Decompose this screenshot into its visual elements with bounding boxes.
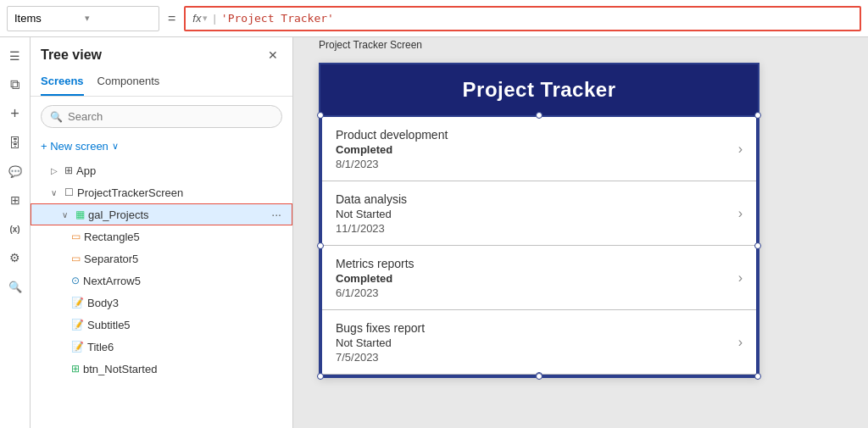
tree-item-separator5[interactable]: ▭ Separator5	[31, 247, 292, 270]
project-name-1: Data analysis	[336, 192, 738, 206]
gallery-chevron-icon: ∨	[62, 210, 72, 220]
screen-icon: ☐	[64, 186, 74, 198]
canvas-area: Project Tracker Screen Project Tracker ⊕…	[293, 37, 868, 428]
plus-icon[interactable]: +	[3, 102, 27, 125]
search-bar: 🔍	[41, 105, 282, 128]
dropdown-chevron: ▾	[85, 13, 152, 24]
tree-items: ▷ ⊞ App ∨ ☐ ProjectTrackerScreen ∨ ▦ gal…	[31, 159, 292, 428]
tree-panel: Tree view ✕ Screens Components 🔍 + New s…	[31, 37, 293, 428]
gallery-label: gal_Projects	[88, 208, 268, 221]
project-date-2: 6/1/2023	[336, 286, 738, 299]
project-date-1: 11/1/2023	[336, 222, 738, 235]
settings-icon[interactable]: ⚙	[3, 246, 27, 270]
gallery-more-icon[interactable]: ···	[271, 208, 281, 221]
project-name-3: Bugs fixes report	[336, 321, 738, 335]
app-chevron-icon: ▷	[51, 166, 61, 175]
title6-icon: 📝	[71, 341, 84, 353]
project-info-0: Product development Completed 8/1/2023	[336, 128, 738, 170]
tree-item-nextarrow5[interactable]: ⊙ NextArrow5	[31, 270, 292, 292]
tree-item-body3[interactable]: 📝 Body3	[31, 292, 292, 314]
tree-close-button[interactable]: ✕	[264, 46, 282, 64]
project-item-1[interactable]: Data analysis Not Started 11/1/2023 ›	[322, 181, 756, 246]
tree-tabs: Screens Components	[31, 69, 292, 97]
fx-separator: |	[213, 12, 215, 25]
subtitle5-label: Subtitle5	[87, 319, 282, 331]
app-label: App	[76, 164, 282, 177]
tools-icon[interactable]: ⊞	[3, 188, 27, 212]
btn-notstarted-icon: ⊞	[71, 363, 80, 375]
screen-chevron-icon: ∨	[51, 188, 61, 197]
project-chevron-2: ›	[738, 270, 743, 286]
body3-label: Body3	[87, 297, 282, 309]
new-screen-button[interactable]: + New screen ∨	[31, 136, 292, 156]
fx-label: fx ▾	[192, 12, 208, 25]
project-chevron-3: ›	[738, 335, 743, 350]
project-name-0: Product development	[336, 128, 738, 142]
app-header: Project Tracker	[320, 64, 758, 115]
btn-notstarted-label: btn_NotStarted	[83, 363, 282, 375]
project-info-1: Data analysis Not Started 11/1/2023	[336, 192, 738, 235]
bottom-handle	[536, 372, 542, 379]
new-screen-label: + New screen	[41, 140, 108, 153]
gallery-icon: ▦	[75, 208, 85, 220]
sep5-label: Separator5	[84, 253, 282, 265]
project-date-0: 8/1/2023	[336, 158, 738, 170]
equals-sign: =	[164, 11, 179, 26]
arrow5-icon: ⊙	[71, 275, 80, 286]
gallery-container: ⊕ ▾ Product development Completed 8/1/20…	[320, 115, 758, 376]
project-item-0[interactable]: Product development Completed 8/1/2023 ›	[322, 117, 756, 181]
tree-item-gal-projects[interactable]: ∨ ▦ gal_Projects ···	[31, 203, 292, 225]
project-status-1: Not Started	[336, 208, 738, 220]
chat-icon[interactable]: 💬	[3, 159, 27, 183]
project-chevron-0: ›	[738, 142, 743, 157]
project-info-3: Bugs fixes report Not Started 7/5/2023	[336, 321, 738, 364]
app-header-title: Project Tracker	[337, 78, 741, 102]
rect5-label: Rectangle5	[84, 231, 282, 243]
sep5-icon: ▭	[71, 253, 81, 264]
tree-item-btn-notstarted[interactable]: ⊞ btn_NotStarted	[31, 358, 292, 380]
search-input[interactable]	[68, 110, 273, 123]
tab-screens[interactable]: Screens	[41, 69, 84, 96]
tab-components[interactable]: Components	[97, 69, 160, 96]
tree-item-subtitle5[interactable]: 📝 Subtitle5	[31, 314, 292, 336]
search-icon: 🔍	[50, 111, 63, 123]
formula-bar: fx ▾ | 'Project Tracker'	[184, 6, 861, 31]
project-chevron-1: ›	[738, 206, 743, 221]
tree-item-title6[interactable]: 📝 Title6	[31, 336, 292, 358]
project-name-2: Metrics reports	[336, 257, 738, 270]
project-status-3: Not Started	[336, 336, 738, 349]
tree-header: Tree view ✕	[31, 37, 292, 69]
tree-item-app[interactable]: ▷ ⊞ App	[31, 159, 292, 181]
project-status-0: Completed	[336, 143, 738, 156]
app-icon: ⊞	[64, 164, 73, 176]
project-info-2: Metrics reports Completed 6/1/2023	[336, 257, 738, 299]
arrow5-label: NextArrow5	[83, 275, 282, 287]
project-item-2[interactable]: Metrics reports Completed 6/1/2023 ›	[322, 246, 756, 310]
formula-value: 'Project Tracker'	[221, 12, 334, 25]
tree-item-rectangle5[interactable]: ▭ Rectangle5	[31, 225, 292, 247]
hamburger-icon[interactable]: ☰	[3, 44, 27, 68]
rect5-icon: ▭	[71, 231, 81, 242]
subtitle5-icon: 📝	[71, 319, 84, 331]
tree-item-projecttrackerscreen[interactable]: ∨ ☐ ProjectTrackerScreen	[31, 181, 292, 203]
new-screen-chevron: ∨	[112, 141, 119, 152]
project-status-2: Completed	[336, 272, 738, 285]
title6-label: Title6	[87, 341, 282, 353]
screen-label-tree: ProjectTrackerScreen	[77, 186, 282, 199]
screen-canvas-label: Project Tracker Screen	[319, 39, 422, 51]
icon-sidebar: ☰ ⧉ + 🗄 💬 ⊞ (x) ⚙ 🔍	[0, 37, 31, 428]
search-sidebar-icon[interactable]: 🔍	[3, 275, 27, 298]
project-item-3[interactable]: Bugs fixes report Not Started 7/5/2023 ›	[322, 310, 756, 375]
database-icon[interactable]: 🗄	[3, 131, 27, 154]
variables-icon[interactable]: (x)	[3, 217, 27, 241]
app-frame: Project Tracker ⊕ ▾	[319, 63, 760, 378]
main-area: ☰ ⧉ + 🗄 💬 ⊞ (x) ⚙ 🔍 Tree view ✕ Screens …	[0, 37, 868, 428]
body3-icon: 📝	[71, 297, 84, 308]
dropdown-label: Items	[14, 12, 81, 25]
layers-icon[interactable]: ⧉	[3, 73, 27, 97]
items-dropdown[interactable]: Items ▾	[7, 6, 159, 31]
top-bar: Items ▾ = fx ▾ | 'Project Tracker'	[0, 0, 868, 37]
project-date-3: 7/5/2023	[336, 351, 738, 364]
tree-title: Tree view	[41, 47, 102, 63]
